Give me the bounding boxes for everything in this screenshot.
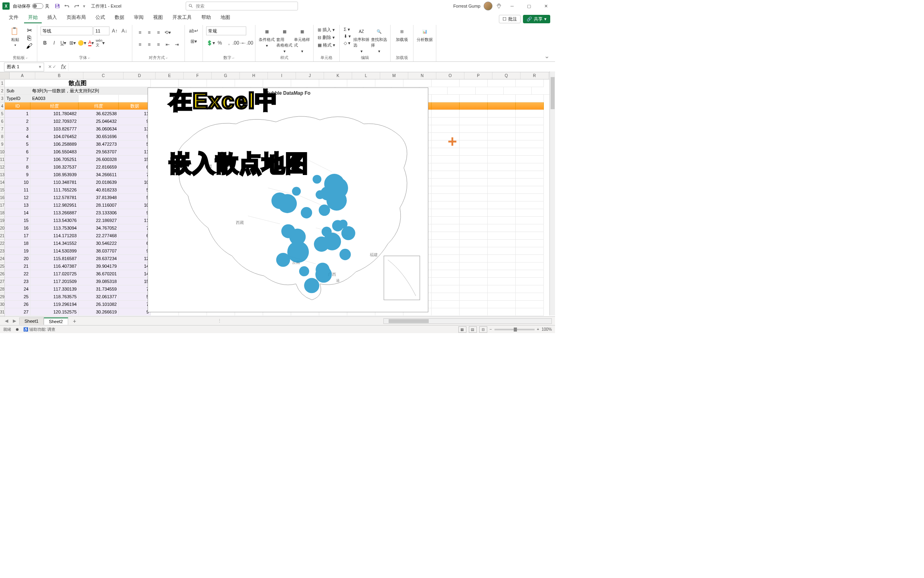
data-cell[interactable]: 7 bbox=[119, 285, 151, 293]
data-cell[interactable]: 117.201509 bbox=[30, 278, 79, 285]
data-cell[interactable]: 7 bbox=[119, 301, 151, 308]
col-header-N[interactable]: N bbox=[408, 72, 436, 79]
row-header-20[interactable]: 20 bbox=[0, 224, 4, 232]
data-cell[interactable]: 30.651696 bbox=[79, 133, 119, 140]
row-header-6[interactable]: 6 bbox=[0, 118, 4, 125]
data-cell[interactable]: 1 bbox=[5, 110, 30, 118]
data-cell[interactable]: 10 bbox=[119, 179, 151, 186]
clear-icon[interactable]: ◇ ▾ bbox=[343, 40, 352, 46]
data-cell[interactable]: 9 bbox=[119, 133, 151, 140]
cell[interactable] bbox=[79, 95, 119, 102]
row-header-17[interactable]: 17 bbox=[0, 201, 4, 209]
indent-right-icon[interactable]: ⇥ bbox=[172, 40, 181, 49]
data-cell[interactable]: 14 bbox=[119, 263, 151, 270]
decrease-decimal-icon[interactable]: ←.00 bbox=[243, 39, 252, 47]
data-cell[interactable]: 2 bbox=[5, 118, 30, 125]
ribbon-tab-4[interactable]: 公式 bbox=[91, 12, 109, 23]
cell[interactable] bbox=[504, 87, 532, 95]
row-header-1[interactable]: 1 bbox=[0, 79, 4, 87]
autosum-icon[interactable]: Σ ▾ bbox=[343, 26, 352, 33]
data-cell[interactable]: 114.341552 bbox=[30, 240, 79, 247]
data-cell[interactable]: 15 bbox=[119, 278, 151, 285]
data-cell[interactable]: 26.600328 bbox=[79, 156, 119, 163]
row-header-12[interactable]: 12 bbox=[0, 163, 4, 171]
zoom-level[interactable]: 100% bbox=[541, 327, 552, 332]
delete-cells-button[interactable]: ⊟ 删除 ▾ bbox=[317, 34, 336, 41]
data-cell[interactable]: 110.348781 bbox=[30, 179, 79, 186]
search-box[interactable]: 搜索 bbox=[186, 2, 298, 10]
align-right-icon[interactable]: ≡ bbox=[154, 40, 163, 49]
name-box[interactable]: 图表 1▾ bbox=[4, 63, 44, 71]
data-cell[interactable]: 10 bbox=[5, 179, 30, 186]
data-cell[interactable]: 117.020725 bbox=[30, 270, 79, 278]
col-header-A[interactable]: A bbox=[10, 72, 35, 79]
normal-view-icon[interactable]: ▦ bbox=[458, 326, 466, 333]
ribbon-tab-2[interactable]: 插入 bbox=[43, 12, 61, 23]
data-cell[interactable]: 27 bbox=[5, 308, 30, 316]
col-header-C[interactable]: C bbox=[83, 72, 124, 79]
row-header-7[interactable]: 7 bbox=[0, 125, 4, 133]
col-header-O[interactable]: O bbox=[436, 72, 464, 79]
select-all-corner[interactable] bbox=[0, 72, 10, 79]
save-icon[interactable] bbox=[53, 1, 62, 11]
data-cell[interactable]: 114.171203 bbox=[30, 232, 79, 240]
data-cell[interactable]: 32.061377 bbox=[79, 293, 119, 301]
align-middle-icon[interactable]: ≡ bbox=[145, 28, 154, 37]
table-format-button[interactable]: ▦套用 表格格式▾ bbox=[276, 26, 292, 53]
ribbon-tab-7[interactable]: 视图 bbox=[149, 12, 167, 23]
phonetic-button[interactable]: wén文▾ bbox=[96, 39, 105, 47]
data-cell[interactable]: 7 bbox=[119, 224, 151, 232]
underline-button[interactable]: U▾ bbox=[59, 39, 68, 47]
data-cell[interactable]: 108.327537 bbox=[30, 163, 79, 171]
data-cell[interactable]: 20.018639 bbox=[79, 179, 119, 186]
data-cell[interactable]: 22 bbox=[5, 270, 30, 278]
fill-color-button[interactable]: 🟡▾ bbox=[77, 39, 86, 47]
col-header-Q[interactable]: Q bbox=[492, 72, 521, 79]
cell[interactable]: EA003 bbox=[30, 95, 79, 102]
data-cell[interactable]: 101.780482 bbox=[30, 110, 79, 118]
row-header-9[interactable]: 9 bbox=[0, 140, 4, 148]
sheet-tab-Sheet1[interactable]: Sheet1 bbox=[19, 317, 44, 325]
col-header-H[interactable]: H bbox=[240, 72, 268, 79]
addins-button[interactable]: ⊞加载项 bbox=[394, 26, 410, 43]
data-cell[interactable]: 31.734559 bbox=[79, 285, 119, 293]
merge-cells-icon[interactable]: ⊞▾ bbox=[188, 37, 199, 46]
col-header-M[interactable]: M bbox=[380, 72, 408, 79]
row-header-23[interactable]: 23 bbox=[0, 247, 4, 255]
align-bottom-icon[interactable]: ≡ bbox=[154, 28, 163, 37]
close-button[interactable]: ✕ bbox=[539, 1, 553, 11]
data-cell[interactable]: 9 bbox=[119, 209, 151, 217]
map-chart-object[interactable]: Bubble DataMap Fo 新疆 西藏 云南 广西 福建 港 bbox=[148, 88, 428, 312]
sheet-tab-Sheet2[interactable]: Sheet2 bbox=[44, 317, 68, 325]
row-header-13[interactable]: 13 bbox=[0, 171, 4, 179]
data-cell[interactable]: 11 bbox=[119, 217, 151, 224]
row-header-10[interactable]: 10 bbox=[0, 148, 4, 156]
page-layout-view-icon[interactable]: ▤ bbox=[469, 326, 477, 333]
cell[interactable]: TypeID bbox=[5, 95, 30, 102]
ribbon-tab-6[interactable]: 审阅 bbox=[130, 12, 148, 23]
data-cell[interactable]: 11 bbox=[119, 110, 151, 118]
data-cell[interactable]: 111.765226 bbox=[30, 186, 79, 194]
row-header-27[interactable]: 27 bbox=[0, 278, 4, 285]
percent-icon[interactable]: % bbox=[215, 39, 224, 47]
data-cell[interactable]: 34.266611 bbox=[79, 171, 119, 179]
sheet-nav-prev-icon[interactable]: ◀ bbox=[3, 318, 10, 324]
sort-filter-button[interactable]: AZ排序和筛选▾ bbox=[353, 26, 369, 53]
data-cell[interactable]: 18 bbox=[5, 240, 30, 247]
data-cell[interactable]: 115.816587 bbox=[30, 255, 79, 263]
accept-formula-icon[interactable]: ✓ bbox=[53, 64, 56, 69]
accessibility-status[interactable]: ♿ 辅助功能: 调查 bbox=[23, 327, 55, 332]
data-cell[interactable]: 5 bbox=[119, 140, 151, 148]
data-cell[interactable]: 13 bbox=[5, 201, 30, 209]
vertical-scrollbar[interactable] bbox=[549, 71, 555, 315]
data-cell[interactable]: 36.060634 bbox=[79, 125, 119, 133]
data-cell[interactable]: 112.578781 bbox=[30, 194, 79, 201]
col-header-L[interactable]: L bbox=[352, 72, 380, 79]
user-name[interactable]: Forrest Gump bbox=[453, 4, 480, 8]
data-cell[interactable]: 28.637234 bbox=[79, 255, 119, 263]
data-cell[interactable]: 37.813948 bbox=[79, 194, 119, 201]
worksheet-grid[interactable]: ABCDEFGHIJKLMNOPQR 123456789101112131415… bbox=[0, 72, 555, 316]
ribbon-tab-10[interactable]: 地图 bbox=[217, 12, 234, 23]
ribbon-tab-0[interactable]: 文件 bbox=[5, 12, 22, 23]
data-cell[interactable]: 4 bbox=[5, 133, 30, 140]
